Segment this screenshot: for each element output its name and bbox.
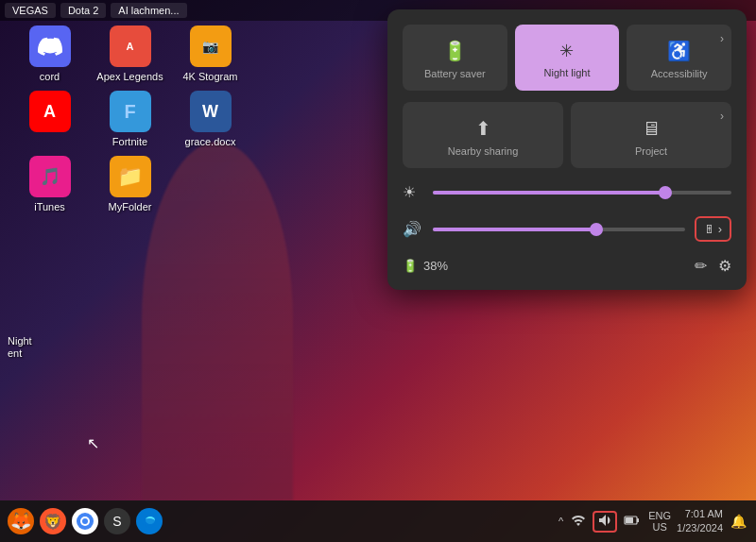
icon-row-1: cord A Apex Legends 📷 4K Stogram — [5, 25, 288, 83]
volume-thumb — [590, 223, 603, 236]
volume-fill — [433, 228, 596, 231]
tray-icons — [569, 511, 643, 533]
cursor: ↖ — [87, 434, 99, 452]
folder-icon: 📁 — [110, 156, 151, 197]
qs-actions: ✏ ⚙ — [695, 257, 731, 275]
side-label-agent: ent — [8, 347, 22, 359]
steelseries-taskbar-icon[interactable]: S — [104, 508, 130, 534]
nearby-sharing-button[interactable]: ⬆ Nearby sharing — [403, 102, 563, 168]
icon-row-3: 🎵 iTunes 📁 MyFolder — [5, 156, 288, 213]
brightness-fill — [433, 191, 665, 195]
svg-point-2 — [82, 518, 88, 524]
battery-icon-bottom: 🔋 — [403, 259, 418, 273]
icon-fortnite[interactable]: F Fortnite — [94, 91, 165, 148]
svg-rect-7 — [637, 518, 639, 522]
side-label-night: Night — [8, 335, 32, 347]
clock[interactable]: 7:01 AM 1/23/2024 — [677, 507, 723, 536]
volume-slider-container: 🔊 🎚 › — [403, 216, 731, 242]
fortnite-icon: F — [110, 91, 151, 132]
word-icon: W — [190, 91, 232, 132]
fortnite-label: Fortnite — [112, 136, 147, 148]
nearby-sharing-label: Nearby sharing — [448, 145, 519, 157]
folder-label: MyFolder — [109, 201, 152, 213]
icon-row-2: A F Fortnite W grace.docx — [5, 91, 288, 148]
nearby-sharing-icon: ⬆ — [475, 117, 491, 140]
icon-adobe[interactable]: A — [14, 91, 85, 148]
taskbar-left: 🦊 🦁 S — [8, 508, 163, 534]
taskbar-battery-icon[interactable] — [622, 512, 643, 531]
volume-mixer-icon: 🎚 — [704, 223, 715, 236]
qs-buttons-row1: 🔋 Battery saver ✳ Night light › ♿ Access… — [403, 25, 731, 91]
notification-icon[interactable]: 🔔 — [729, 512, 748, 531]
brightness-slider-container: ☀ — [403, 183, 731, 201]
volume-mixer-button[interactable]: 🎚 › — [695, 216, 731, 242]
battery-info: 🔋 38% — [403, 259, 448, 273]
brave-taskbar-icon[interactable]: 🦁 — [40, 508, 66, 534]
system-tray-expand[interactable]: ^ — [558, 516, 563, 527]
accessibility-icon: ♿ — [667, 40, 691, 62]
battery-saver-label: Battery saver — [424, 68, 486, 79]
edge-taskbar-icon[interactable] — [136, 508, 163, 534]
discord-label: cord — [40, 71, 60, 83]
desktop-icons-area: cord A Apex Legends 📷 4K Stogram A F For… — [0, 0, 293, 463]
apex-label: Apex Legends — [96, 71, 163, 83]
project-chevron: › — [720, 110, 724, 123]
taskbar: 🦊 🦁 S ^ — [0, 500, 756, 542]
brightness-track[interactable] — [433, 191, 731, 195]
itunes-icon: 🎵 — [29, 156, 71, 197]
accessibility-label: Accessibility — [651, 68, 708, 79]
settings-button[interactable]: ⚙ — [718, 257, 731, 275]
volume-chevron: › — [718, 222, 722, 236]
volume-slider-row — [433, 228, 685, 231]
4kstogram-icon: 📷 — [190, 25, 232, 67]
brightness-icon: ☀ — [403, 183, 423, 201]
date-display: 1/23/2024 — [677, 521, 723, 535]
language-line2: US — [648, 521, 671, 533]
qs-bottom-bar: 🔋 38% ✏ ⚙ — [403, 257, 731, 275]
brightness-thumb — [659, 186, 672, 199]
battery-saver-icon: 🔋 — [443, 40, 467, 62]
apex-icon: A — [110, 25, 151, 67]
icon-4kstogram[interactable]: 📷 4K Stogram — [175, 25, 246, 83]
icon-itunes[interactable]: 🎵 iTunes — [14, 156, 85, 213]
discord-icon — [29, 25, 71, 67]
chrome-taskbar-icon[interactable] — [72, 508, 98, 534]
adobe-icon: A — [29, 91, 71, 132]
project-label: Project — [635, 145, 667, 157]
word-label: grace.docx — [185, 136, 236, 148]
edit-button[interactable]: ✏ — [695, 257, 707, 275]
project-icon: 🖥 — [642, 118, 661, 140]
qs-buttons-row2: ⬆ Nearby sharing › 🖥 Project — [403, 102, 731, 168]
accessibility-chevron: › — [720, 32, 724, 45]
firefox-taskbar-icon[interactable]: 🦊 — [8, 508, 34, 534]
icon-folder[interactable]: 📁 MyFolder — [94, 156, 165, 213]
night-light-button[interactable]: ✳ Night light — [515, 25, 620, 91]
project-button[interactable]: › 🖥 Project — [571, 102, 731, 168]
language-line1: ENG — [648, 510, 671, 521]
itunes-label: iTunes — [34, 201, 65, 213]
icon-word[interactable]: W grace.docx — [175, 91, 246, 148]
taskbar-right: ^ — [558, 507, 748, 536]
taskbar-volume-icon[interactable] — [593, 511, 617, 533]
desktop: VEGAS Dota 2 AI lachmen... cord A Apex L… — [0, 0, 756, 542]
volume-icon: 🔊 — [403, 220, 423, 238]
night-light-icon: ✳ — [559, 41, 574, 61]
accessibility-button[interactable]: › ♿ Accessibility — [627, 25, 731, 91]
quick-settings-panel: 🔋 Battery saver ✳ Night light › ♿ Access… — [387, 9, 747, 290]
language-indicator[interactable]: ENG US — [648, 510, 671, 533]
battery-percent: 38% — [423, 259, 448, 273]
night-light-label: Night light — [544, 67, 591, 78]
volume-track[interactable] — [433, 228, 685, 231]
svg-rect-8 — [626, 517, 633, 523]
taskbar-network-icon[interactable] — [569, 512, 588, 532]
4kstogram-label: 4K Stogram — [182, 71, 237, 83]
icon-discord[interactable]: cord — [14, 25, 85, 83]
icon-apex[interactable]: A Apex Legends — [94, 25, 165, 83]
battery-saver-button[interactable]: 🔋 Battery saver — [403, 25, 507, 91]
time-display: 7:01 AM — [677, 507, 723, 521]
svg-point-5 — [143, 518, 156, 526]
